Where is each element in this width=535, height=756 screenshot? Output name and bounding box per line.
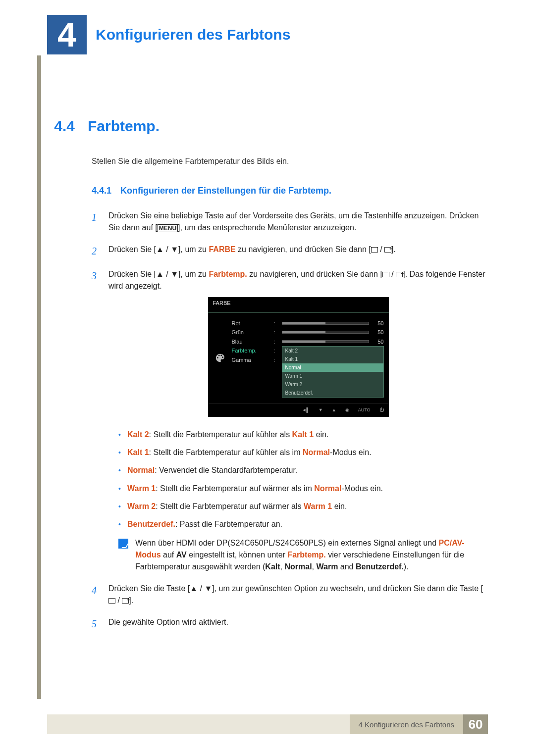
step-body: Drücken Sie die Taste [▲ / ▼], um zur ge… xyxy=(108,583,488,606)
note-icon xyxy=(118,539,128,549)
subsection-number: 4.4.1 xyxy=(92,186,111,196)
rect-plus-icon xyxy=(122,598,129,604)
step-body: Drücken Sie eine beliebige Taste auf der… xyxy=(108,210,488,234)
enter-icon: ◉ xyxy=(345,407,349,414)
osd-item: Rot xyxy=(232,319,269,328)
osd-item: Grün xyxy=(232,328,269,337)
palette-icon xyxy=(213,319,227,398)
step-number: 5 xyxy=(92,616,100,631)
rect-icon xyxy=(108,598,115,604)
step-body: Drücken Sie [▲ / ▼], um zu Farbtemp. zu … xyxy=(108,268,488,573)
osd-dropdown: Kalt 2 Kalt 1 Normal Warm 1 Warm 2 Benut… xyxy=(282,346,384,398)
chapter-title: Konfigurieren des Farbtons xyxy=(96,26,290,43)
step-number: 2 xyxy=(92,244,100,258)
step-body: Die gewählte Option wird aktiviert. xyxy=(108,616,488,631)
triangle-down-icon: ▼ xyxy=(319,407,323,414)
triangle-up-icon: ▲ xyxy=(190,584,198,593)
triangle-down-icon: ▼ xyxy=(204,584,212,593)
rect-icon xyxy=(371,247,378,252)
rect-plus-icon xyxy=(384,247,391,252)
footer-page-number: 60 xyxy=(463,714,488,734)
footer-chapter-text: 4 Konfigurieren des Farbtons xyxy=(350,714,463,734)
osd-item: Blau xyxy=(232,337,269,347)
osd-screenshot: FARBE Rot Grün Blau Farbtemp. Gamma xyxy=(208,297,389,417)
subsection-title: Konfigurieren der Einstellungen für die … xyxy=(120,186,331,196)
step-body: Drücken Sie [▲ / ▼], um zu FARBE zu navi… xyxy=(108,244,488,258)
chapter-number: 4 xyxy=(57,18,76,51)
triangle-down-icon: ▼ xyxy=(170,270,178,278)
osd-item: Gamma xyxy=(232,355,269,365)
bullet-item: Benutzerdef.: Passt die Farbtemperatur a… xyxy=(118,519,488,530)
power-icon: ⏻ xyxy=(379,407,384,414)
rect-plus-icon xyxy=(396,272,403,277)
rect-icon xyxy=(382,272,389,277)
triangle-up-icon: ▲ xyxy=(332,407,336,414)
section-title: Farbtemp. xyxy=(88,118,160,135)
bullet-item: Kalt 1: Stellt die Farbtemperatur auf kü… xyxy=(118,447,488,458)
bullet-item: Warm 1: Stellt die Farbtemperatur auf wä… xyxy=(118,483,488,494)
step-number: 1 xyxy=(92,210,100,234)
step-number: 4 xyxy=(92,583,100,606)
triangle-down-icon: ▼ xyxy=(170,245,178,253)
bullet-item: Normal: Verwendet die Standardfarbtemper… xyxy=(118,465,488,476)
chapter-number-box: 4 xyxy=(47,15,87,54)
bullet-item: Warm 2: Stellt die Farbtemperatur auf wä… xyxy=(118,501,488,512)
menu-label-icon: MENU xyxy=(158,224,178,232)
note-text: Wenn über HDMI oder DP(S24C650PL/S24C650… xyxy=(135,537,488,573)
auto-label: AUTO xyxy=(358,407,371,414)
bullet-item: Kalt 2: Stellt die Farbtemperatur auf kü… xyxy=(118,429,488,440)
triangle-up-icon: ▲ xyxy=(156,245,164,253)
left-sidebar xyxy=(37,55,41,699)
triangle-up-icon: ▲ xyxy=(156,270,164,278)
intro-text: Stellen Sie die allgemeine Farbtemperatu… xyxy=(92,157,488,166)
osd-title: FARBE xyxy=(208,297,389,313)
step-number: 3 xyxy=(92,268,100,573)
osd-item-selected: Farbtemp. xyxy=(232,346,269,355)
section-number: 4.4 xyxy=(47,118,75,135)
back-icon: ◄▌ xyxy=(302,407,310,414)
